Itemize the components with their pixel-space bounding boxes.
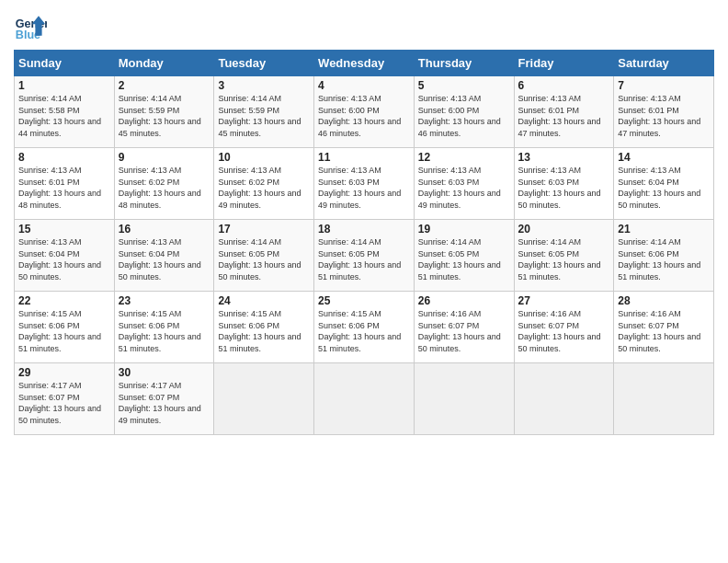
sunrise-label: Sunrise: 4:13 AM [318, 166, 381, 175]
calendar-day-cell: 26 Sunrise: 4:16 AM Sunset: 6:07 PM Dayl… [414, 292, 514, 363]
day-info: Sunrise: 4:15 AM Sunset: 6:06 PM Dayligh… [18, 308, 110, 354]
calendar-day-cell [214, 363, 314, 435]
sunset-label: Sunset: 6:02 PM [119, 178, 180, 187]
daylight-label: Daylight: 13 hours and 46 minutes. [418, 117, 501, 138]
calendar-day-cell: 28 Sunrise: 4:16 AM Sunset: 6:07 PM Dayl… [614, 292, 714, 363]
day-number: 12 [418, 151, 510, 164]
calendar-day-cell: 9 Sunrise: 4:13 AM Sunset: 6:02 PM Dayli… [114, 148, 214, 220]
sunset-label: Sunset: 6:06 PM [18, 321, 80, 330]
daylight-label: Daylight: 13 hours and 47 minutes. [518, 117, 601, 138]
day-info: Sunrise: 4:13 AM Sunset: 6:00 PM Dayligh… [318, 93, 410, 139]
sunrise-label: Sunrise: 4:14 AM [418, 237, 482, 247]
day-number: 3 [218, 79, 310, 92]
calendar-day-cell: 23 Sunrise: 4:15 AM Sunset: 6:06 PM Dayl… [114, 292, 214, 363]
day-info: Sunrise: 4:13 AM Sunset: 6:01 PM Dayligh… [18, 165, 110, 211]
calendar-day-cell: 24 Sunrise: 4:15 AM Sunset: 6:06 PM Dayl… [214, 292, 314, 363]
sunset-label: Sunset: 6:02 PM [218, 178, 279, 187]
day-info: Sunrise: 4:14 AM Sunset: 5:59 PM Dayligh… [218, 93, 310, 139]
sunrise-label: Sunrise: 4:13 AM [218, 166, 281, 175]
sunrise-label: Sunrise: 4:14 AM [18, 94, 82, 103]
daylight-label: Daylight: 13 hours and 46 minutes. [318, 117, 401, 138]
day-info: Sunrise: 4:17 AM Sunset: 6:07 PM Dayligh… [18, 380, 110, 426]
calendar-day-cell: 20 Sunrise: 4:14 AM Sunset: 6:05 PM Dayl… [514, 220, 614, 292]
day-number: 23 [119, 294, 210, 307]
sunset-label: Sunset: 6:01 PM [618, 106, 679, 115]
calendar-day-cell: 27 Sunrise: 4:16 AM Sunset: 6:07 PM Dayl… [514, 292, 614, 363]
day-number: 19 [418, 223, 510, 236]
calendar-day-cell: 16 Sunrise: 4:13 AM Sunset: 6:04 PM Dayl… [114, 220, 214, 292]
day-info: Sunrise: 4:15 AM Sunset: 6:06 PM Dayligh… [318, 308, 410, 354]
day-info: Sunrise: 4:13 AM Sunset: 6:04 PM Dayligh… [119, 236, 210, 282]
day-info: Sunrise: 4:17 AM Sunset: 6:07 PM Dayligh… [119, 380, 210, 426]
daylight-label: Daylight: 13 hours and 49 minutes. [418, 189, 501, 210]
day-number: 15 [18, 223, 110, 236]
calendar-day-cell: 7 Sunrise: 4:13 AM Sunset: 6:01 PM Dayli… [614, 76, 714, 148]
daylight-label: Daylight: 13 hours and 45 minutes. [218, 117, 301, 138]
sunset-label: Sunset: 6:05 PM [518, 249, 580, 259]
sunrise-label: Sunrise: 4:13 AM [518, 166, 582, 175]
calendar-header-cell: Wednesday [314, 51, 415, 76]
calendar-header-cell: Saturday [614, 51, 714, 76]
sunset-label: Sunset: 6:04 PM [618, 178, 679, 187]
day-info: Sunrise: 4:13 AM Sunset: 6:00 PM Dayligh… [418, 93, 510, 139]
sunrise-label: Sunrise: 4:14 AM [218, 237, 281, 247]
day-info: Sunrise: 4:14 AM Sunset: 5:58 PM Dayligh… [18, 93, 110, 139]
calendar-header-cell: Thursday [414, 51, 514, 76]
day-number: 29 [18, 366, 110, 379]
sunset-label: Sunset: 6:04 PM [119, 249, 180, 259]
day-number: 26 [418, 294, 510, 307]
calendar-day-cell: 21 Sunrise: 4:14 AM Sunset: 6:06 PM Dayl… [614, 220, 714, 292]
sunrise-label: Sunrise: 4:16 AM [618, 309, 681, 318]
day-info: Sunrise: 4:13 AM Sunset: 6:03 PM Dayligh… [418, 165, 510, 211]
sunrise-label: Sunrise: 4:13 AM [518, 94, 582, 103]
sunrise-label: Sunrise: 4:13 AM [418, 166, 482, 175]
sunset-label: Sunset: 6:05 PM [418, 249, 480, 259]
day-number: 5 [418, 79, 510, 92]
sunrise-label: Sunrise: 4:14 AM [618, 237, 681, 247]
day-number: 20 [518, 223, 610, 236]
calendar-body: 1 Sunrise: 4:14 AM Sunset: 5:58 PM Dayli… [15, 76, 714, 435]
day-info: Sunrise: 4:13 AM Sunset: 6:04 PM Dayligh… [618, 165, 710, 211]
day-info: Sunrise: 4:13 AM Sunset: 6:03 PM Dayligh… [518, 165, 610, 211]
sunset-label: Sunset: 6:06 PM [318, 321, 380, 330]
daylight-label: Daylight: 13 hours and 50 minutes. [618, 189, 700, 210]
sunset-label: Sunset: 6:07 PM [518, 321, 580, 330]
calendar-day-cell: 15 Sunrise: 4:13 AM Sunset: 6:04 PM Dayl… [15, 220, 115, 292]
calendar-table: SundayMondayTuesdayWednesdayThursdayFrid… [14, 50, 714, 435]
daylight-label: Daylight: 13 hours and 47 minutes. [618, 117, 700, 138]
daylight-label: Daylight: 13 hours and 48 minutes. [119, 189, 201, 210]
daylight-label: Daylight: 13 hours and 49 minutes. [318, 189, 401, 210]
day-info: Sunrise: 4:14 AM Sunset: 6:05 PM Dayligh… [418, 236, 510, 282]
calendar-day-cell: 13 Sunrise: 4:13 AM Sunset: 6:03 PM Dayl… [514, 148, 614, 220]
calendar-week-row: 1 Sunrise: 4:14 AM Sunset: 5:58 PM Dayli… [15, 76, 714, 148]
sunset-label: Sunset: 6:03 PM [518, 178, 580, 187]
sunset-label: Sunset: 6:05 PM [318, 249, 380, 259]
sunset-label: Sunset: 6:03 PM [318, 178, 380, 187]
day-info: Sunrise: 4:14 AM Sunset: 5:59 PM Dayligh… [119, 93, 210, 139]
logo: General Blue [14, 9, 51, 42]
day-number: 17 [218, 223, 310, 236]
calendar-day-cell [314, 363, 415, 435]
day-info: Sunrise: 4:13 AM Sunset: 6:02 PM Dayligh… [119, 165, 210, 211]
sunrise-label: Sunrise: 4:15 AM [318, 309, 381, 318]
sunset-label: Sunset: 5:59 PM [218, 106, 279, 115]
calendar-day-cell: 2 Sunrise: 4:14 AM Sunset: 5:59 PM Dayli… [114, 76, 214, 148]
sunset-label: Sunset: 6:01 PM [18, 178, 80, 187]
calendar-header-cell: Sunday [15, 51, 115, 76]
day-number: 25 [318, 294, 410, 307]
sunrise-label: Sunrise: 4:13 AM [618, 94, 681, 103]
daylight-label: Daylight: 13 hours and 50 minutes. [418, 332, 501, 353]
daylight-label: Daylight: 13 hours and 51 minutes. [318, 260, 401, 282]
day-info: Sunrise: 4:13 AM Sunset: 6:03 PM Dayligh… [318, 165, 410, 211]
sunrise-label: Sunrise: 4:15 AM [218, 309, 281, 318]
sunset-label: Sunset: 6:00 PM [318, 106, 380, 115]
calendar-day-cell: 18 Sunrise: 4:14 AM Sunset: 6:05 PM Dayl… [314, 220, 415, 292]
calendar-day-cell: 1 Sunrise: 4:14 AM Sunset: 5:58 PM Dayli… [15, 76, 115, 148]
sunrise-label: Sunrise: 4:16 AM [518, 309, 582, 318]
calendar-day-cell [614, 363, 714, 435]
sunset-label: Sunset: 6:07 PM [18, 393, 80, 402]
calendar-day-cell: 22 Sunrise: 4:15 AM Sunset: 6:06 PM Dayl… [15, 292, 115, 363]
day-info: Sunrise: 4:13 AM Sunset: 6:01 PM Dayligh… [518, 93, 610, 139]
sunset-label: Sunset: 6:00 PM [418, 106, 480, 115]
day-info: Sunrise: 4:16 AM Sunset: 6:07 PM Dayligh… [418, 308, 510, 354]
